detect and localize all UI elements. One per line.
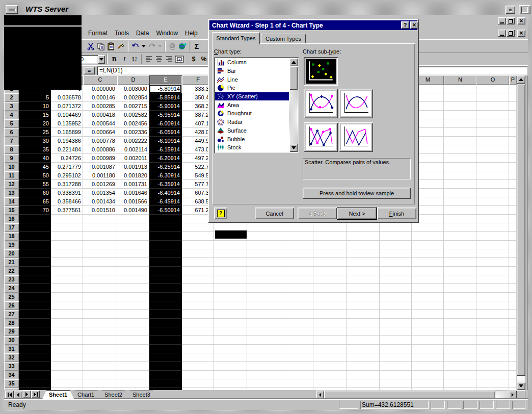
cell-G26[interactable] bbox=[214, 301, 247, 310]
cell-F22[interactable] bbox=[182, 267, 214, 275]
cell-O26[interactable] bbox=[476, 301, 509, 310]
cell-C30[interactable] bbox=[83, 336, 117, 345]
cell-B9[interactable]: 0.24726 bbox=[51, 154, 83, 163]
cell-O24[interactable] bbox=[476, 284, 509, 293]
cell-M22[interactable] bbox=[412, 267, 444, 275]
cell-B32[interactable] bbox=[51, 353, 83, 362]
cell-P8[interactable] bbox=[509, 145, 517, 154]
cell-D23[interactable] bbox=[117, 275, 149, 284]
chart-type-item-pie[interactable]: Pie bbox=[215, 84, 289, 92]
cell-B23[interactable] bbox=[51, 275, 83, 284]
cell-A12[interactable]: 55 bbox=[19, 180, 51, 189]
row-header-21[interactable]: 21 bbox=[4, 258, 19, 267]
cell-D32[interactable] bbox=[117, 353, 149, 362]
cell-P30[interactable] bbox=[509, 336, 517, 345]
cell-L17[interactable] bbox=[380, 223, 412, 232]
cell-G24[interactable] bbox=[214, 284, 247, 293]
cell-H33[interactable] bbox=[247, 362, 280, 371]
wts-titlebar[interactable]: WTS Server bbox=[4, 4, 528, 16]
cell-I26[interactable] bbox=[280, 301, 313, 310]
cell-E13[interactable]: -6.40914 bbox=[149, 189, 182, 197]
cell-N9[interactable] bbox=[444, 154, 476, 163]
cell-F25[interactable] bbox=[182, 293, 214, 301]
horizontal-scrollbar[interactable] bbox=[316, 391, 517, 399]
cell-H21[interactable] bbox=[247, 258, 280, 267]
cell-A19[interactable] bbox=[19, 241, 51, 249]
cell-J24[interactable] bbox=[313, 284, 347, 293]
cell-M33[interactable] bbox=[412, 362, 444, 371]
cell-A31[interactable] bbox=[19, 345, 51, 353]
cell-L35[interactable] bbox=[380, 379, 412, 388]
cell-H30[interactable] bbox=[247, 336, 280, 345]
cell-B17[interactable] bbox=[51, 223, 83, 232]
cell-B2[interactable]: 0.036578 bbox=[51, 93, 83, 102]
cell-B3[interactable]: 0.071372 bbox=[51, 102, 83, 111]
cell-D26[interactable] bbox=[117, 301, 149, 310]
cell-I25[interactable] bbox=[280, 293, 313, 301]
cell-E33[interactable] bbox=[149, 362, 182, 371]
cell-O11[interactable] bbox=[476, 171, 509, 180]
cell-C26[interactable] bbox=[83, 301, 117, 310]
cell-O28[interactable] bbox=[476, 319, 509, 327]
column-header-E[interactable]: E bbox=[149, 75, 182, 85]
cell-C27[interactable] bbox=[83, 310, 117, 319]
cell-M25[interactable] bbox=[412, 293, 444, 301]
cell-K32[interactable] bbox=[347, 353, 380, 362]
cell-O14[interactable] bbox=[476, 197, 509, 206]
chart-type-item-surface[interactable]: Surface bbox=[215, 126, 289, 135]
cell-N17[interactable] bbox=[444, 223, 476, 232]
cell-E16[interactable] bbox=[149, 215, 182, 223]
cell-A16[interactable] bbox=[19, 215, 51, 223]
cell-E21[interactable] bbox=[149, 258, 182, 267]
cell-B19[interactable] bbox=[51, 241, 83, 249]
currency-style-button[interactable]: $ bbox=[189, 54, 199, 64]
bold-button[interactable]: B bbox=[109, 54, 119, 64]
cell-B12[interactable]: 0.317288 bbox=[51, 180, 83, 189]
row-header-22[interactable]: 22 bbox=[4, 267, 19, 275]
cell-O29[interactable] bbox=[476, 327, 509, 336]
cell-F30[interactable] bbox=[182, 336, 214, 345]
cell-D6[interactable]: 0.002336 bbox=[117, 128, 149, 137]
cell-P25[interactable] bbox=[509, 293, 517, 301]
cell-H27[interactable] bbox=[247, 310, 280, 319]
row-header-29[interactable]: 29 bbox=[4, 327, 19, 336]
cell-N11[interactable] bbox=[444, 171, 476, 180]
cell-E27[interactable] bbox=[149, 310, 182, 319]
cell-I18[interactable] bbox=[280, 232, 313, 241]
cell-I22[interactable] bbox=[280, 267, 313, 275]
cell-G22[interactable] bbox=[214, 267, 247, 275]
cell-N5[interactable] bbox=[444, 119, 476, 128]
cell-F27[interactable] bbox=[182, 310, 214, 319]
cell-A6[interactable]: 25 bbox=[19, 128, 51, 137]
next-sheet-button[interactable] bbox=[22, 390, 31, 398]
cell-L25[interactable] bbox=[380, 293, 412, 301]
cut-button[interactable] bbox=[86, 41, 96, 51]
cell-B26[interactable] bbox=[51, 301, 83, 310]
cell-P5[interactable] bbox=[509, 119, 517, 128]
cell-E17[interactable] bbox=[149, 223, 182, 232]
cell-N20[interactable] bbox=[444, 249, 476, 258]
wizard-help-button[interactable]: ? bbox=[214, 208, 227, 219]
cell-C10[interactable]: 0.001087 bbox=[83, 163, 117, 171]
cell-F29[interactable] bbox=[182, 327, 214, 336]
cell-M32[interactable] bbox=[412, 353, 444, 362]
undo-dropdown-button[interactable] bbox=[141, 41, 147, 51]
row-header-30[interactable]: 30 bbox=[4, 336, 19, 345]
cell-N25[interactable] bbox=[444, 293, 476, 301]
row-header-4[interactable]: 4 bbox=[4, 111, 19, 119]
cell-L20[interactable] bbox=[380, 249, 412, 258]
row-header-24[interactable]: 24 bbox=[4, 284, 19, 293]
cell-C21[interactable] bbox=[83, 258, 117, 267]
cell-D2[interactable]: 0.002854 bbox=[117, 93, 149, 102]
cell-E11[interactable]: -6.30914 bbox=[149, 171, 182, 180]
cell-H22[interactable] bbox=[247, 267, 280, 275]
cell-O18[interactable] bbox=[476, 232, 509, 241]
cell-F20[interactable] bbox=[182, 249, 214, 258]
cell-C25[interactable] bbox=[83, 293, 117, 301]
cell-C28[interactable] bbox=[83, 319, 117, 327]
row-header-23[interactable]: 23 bbox=[4, 275, 19, 284]
cell-A7[interactable]: 30 bbox=[19, 137, 51, 145]
cell-D4[interactable]: 0.002582 bbox=[117, 111, 149, 119]
cell-D28[interactable] bbox=[117, 319, 149, 327]
cell-J21[interactable] bbox=[313, 258, 347, 267]
